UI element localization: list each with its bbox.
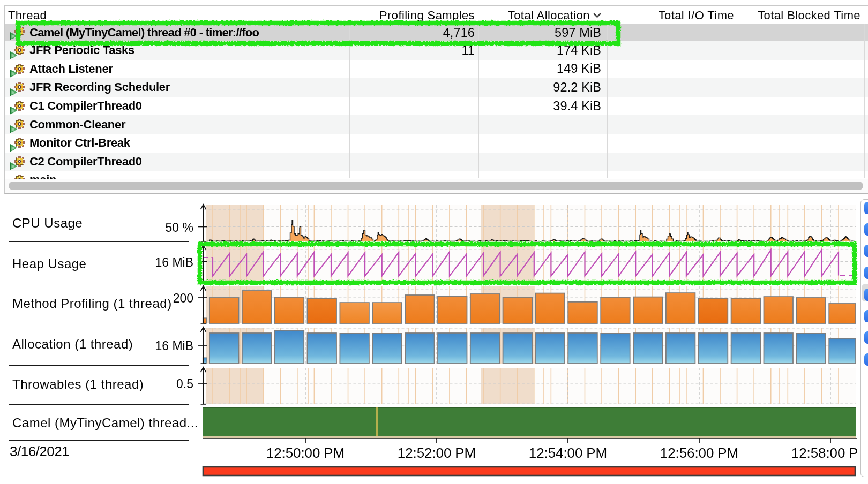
- thread-io: [607, 153, 738, 171]
- thread-blocked: [738, 78, 864, 97]
- method-profiling-bar: [633, 297, 663, 323]
- method-profiling-bar: [209, 298, 239, 323]
- table-row[interactable]: JFR Periodic Tasks11174 KiB: [5, 41, 868, 60]
- thread-name: Common-Cleaner: [5, 115, 349, 134]
- allocation-bar: [470, 333, 500, 364]
- thread-io: [607, 60, 738, 79]
- thread-blocked: [738, 153, 864, 171]
- thread-table-rows: Camel (MyTinyCamel) thread #0 - timer://…: [5, 24, 868, 179]
- thread-allocation: [478, 171, 607, 179]
- thread-table: Thread Profiling Samples Total Allocatio…: [4, 5, 868, 194]
- allocation-bars: [203, 330, 856, 364]
- chart-config-button[interactable]: [864, 223, 868, 236]
- allocation-bar: [372, 334, 402, 364]
- range-navigator-bar[interactable]: [203, 467, 855, 475]
- chart-config-button[interactable]: [864, 289, 868, 301]
- thread-io: [607, 41, 738, 60]
- chart-config-button[interactable]: [864, 331, 868, 344]
- allocation-bar: [405, 333, 435, 364]
- table-row[interactable]: C1 CompilerThread039.4 KiB: [5, 97, 868, 116]
- thread-io: [607, 97, 738, 116]
- allocation-bar: [242, 333, 272, 364]
- camel-event-marker: [376, 407, 377, 437]
- thread-samples: [349, 134, 478, 153]
- time-tick-label: 12:52:00 PM: [398, 445, 476, 461]
- method-profiling-bar: [699, 298, 728, 323]
- time-tick-label: 12:54:00 PM: [529, 445, 607, 461]
- table-row[interactable]: Common-Cleaner: [5, 115, 868, 134]
- table-row[interactable]: Camel (MyTinyCamel) thread #0 - timer://…: [5, 24, 868, 41]
- method-profiling-bar: [470, 294, 500, 323]
- allocation-bar: [275, 330, 304, 364]
- thread-name: Attach Listener: [5, 60, 349, 79]
- method-profiling-bar: [731, 298, 761, 323]
- column-header-total-allocation[interactable]: Total Allocation: [478, 6, 607, 24]
- chart-config-button[interactable]: [864, 267, 868, 279]
- thread-allocation: [478, 153, 607, 171]
- thread-allocation: 597 MiB: [478, 24, 607, 41]
- allocation-bar: [536, 333, 565, 364]
- thread-blocked: [738, 115, 864, 134]
- column-divider: [607, 24, 608, 178]
- thread-allocation: [478, 115, 607, 134]
- thread-samples: [349, 97, 478, 116]
- thread-blocked: [738, 41, 864, 60]
- method-profiling-bar: [242, 291, 272, 323]
- column-divider: [738, 24, 738, 178]
- allocation-bar: [568, 333, 597, 364]
- method-profiling-bar: [536, 293, 565, 323]
- column-header-profiling-samples[interactable]: Profiling Samples: [349, 6, 478, 24]
- chart-config-button[interactable]: [864, 353, 868, 366]
- method-profiling-bar: [568, 302, 597, 323]
- column-divider: [478, 24, 479, 178]
- thread-io: [607, 134, 738, 153]
- table-row[interactable]: main: [5, 171, 868, 179]
- method-profiling-bar: [503, 297, 533, 323]
- table-row[interactable]: C2 CompilerThread0: [5, 153, 868, 171]
- method-profiling-bar: [829, 304, 856, 323]
- column-header-total-blocked-time[interactable]: Total Blocked Time: [738, 6, 864, 24]
- timeline-panel: CPU Usage50 %Heap Usage16 MiBMethod Prof…: [0, 197, 868, 484]
- allocation-bar: [438, 333, 467, 364]
- allocation-bar: [503, 333, 533, 364]
- method-profiling-bar: [405, 295, 435, 323]
- method-profiling-bar: [438, 296, 467, 323]
- chart-config-button[interactable]: [864, 202, 868, 214]
- allocation-bar: [601, 334, 630, 364]
- thread-allocation: [478, 134, 607, 153]
- time-tick-label: 12:50:00 PM: [266, 445, 345, 461]
- allocation-bar: [796, 334, 826, 364]
- thread-name: JFR Recording Scheduler: [5, 78, 349, 97]
- thread-name: JFR Periodic Tasks: [5, 41, 349, 60]
- allocation-bar: [699, 333, 728, 364]
- thread-name: C2 CompilerThread0: [5, 153, 349, 171]
- column-header-thread[interactable]: Thread: [5, 6, 349, 24]
- thread-samples: [349, 78, 478, 97]
- thread-allocation: 174 KiB: [478, 41, 607, 60]
- table-row[interactable]: Monitor Ctrl-Break: [5, 134, 868, 153]
- column-header-total-i-o-time[interactable]: Total I/O Time: [607, 6, 738, 24]
- column-divider: [349, 24, 350, 178]
- chart-config-button[interactable]: [864, 310, 868, 322]
- table-row[interactable]: Attach Listener149 KiB: [5, 60, 868, 79]
- chart-config-button[interactable]: [864, 245, 868, 257]
- allocation-bar: [764, 333, 794, 364]
- jmc-threads-page: Thread Profiling Samples Total Allocatio…: [0, 0, 868, 484]
- thread-allocation: 149 KiB: [478, 60, 607, 79]
- thread-io: [607, 115, 738, 134]
- thread-samples: 4,716: [349, 24, 478, 41]
- sort-desc-icon: [593, 13, 601, 18]
- method-profiling-bar: [372, 303, 402, 323]
- thread-table-header: Thread Profiling Samples Total Allocatio…: [5, 6, 868, 24]
- table-hscrollbar-thumb[interactable]: [9, 182, 863, 190]
- allocation-bar: [308, 333, 337, 364]
- method-profiling-bar: [275, 297, 304, 323]
- timeline-plot[interactable]: 12:50:00 PM12:52:00 PM12:54:00 PM12:56:0…: [0, 197, 868, 484]
- table-row[interactable]: JFR Recording Scheduler92.2 KiB: [5, 78, 868, 97]
- thread-samples: [349, 171, 478, 179]
- allocation-bar: [829, 338, 856, 364]
- allocation-bar: [340, 334, 369, 364]
- table-hscrollbar-track[interactable]: [5, 179, 868, 193]
- method-profiling-bar: [764, 297, 794, 323]
- thread-allocation: 92.2 KiB: [478, 78, 607, 97]
